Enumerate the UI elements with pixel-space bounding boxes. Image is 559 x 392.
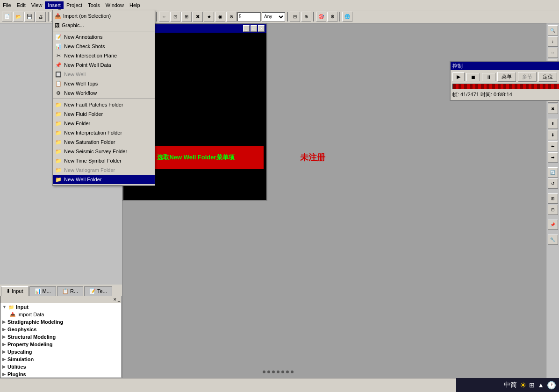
tree-upscaling[interactable]: ▶ Upscaling <box>0 348 121 356</box>
toolbar-select[interactable]: Any <box>262 12 285 21</box>
tab-r[interactable]: 📋 R... <box>57 286 83 296</box>
menu-section-new: 📝New Annotations 📊New Check Shots ✂New I… <box>53 31 155 99</box>
menu-new-check-shots[interactable]: 📊New Check Shots <box>53 42 155 51</box>
menu-new-annotations[interactable]: 📝New Annotations <box>53 32 155 42</box>
menu-new-workflow[interactable]: ⚙New Workflow <box>53 88 155 98</box>
menu-new-seismic-survey-folder[interactable]: 📁New Seismic Survey Folder <box>53 147 155 156</box>
checkshots-icon: 📊 <box>55 43 62 50</box>
right-btn17[interactable]: 📌 <box>548 220 558 230</box>
toolbar-open[interactable]: 📂 <box>13 12 23 22</box>
ctrl-multi[interactable]: 多节 <box>518 72 537 82</box>
right-btn1[interactable]: 🔍 <box>548 25 558 36</box>
toolbar-new[interactable]: 📄 <box>2 12 12 22</box>
ctrl-stop[interactable]: ⏹ <box>466 73 480 81</box>
menu-new-time-symbol-folder[interactable]: 📁New Time Symbol Folder <box>53 156 155 165</box>
toolbar-btn22[interactable]: ⊕ <box>301 12 311 22</box>
right-btn8[interactable]: ✖ <box>548 104 558 114</box>
timefolder-icon: 📁 <box>55 157 62 164</box>
toolbar-btn24[interactable]: ⚙ <box>327 12 337 22</box>
menu-new-fault-patches-folder[interactable]: 📁New Fault Patches Folder <box>53 100 155 109</box>
right-btn11[interactable]: ⬅ <box>548 141 558 151</box>
toolbar-btn14[interactable]: ↔ <box>159 12 169 22</box>
menu-new-well-folder[interactable]: 📁New Well Folder <box>53 175 155 184</box>
toolbar-btn25[interactable]: 🌐 <box>342 12 352 22</box>
toolbar-btn16[interactable]: ⊞ <box>181 12 192 22</box>
faultfolder-icon: 📁 <box>55 101 62 108</box>
menu-new-well: 🔲New Well <box>53 70 155 79</box>
window1-maximize[interactable]: □ <box>251 25 257 32</box>
right-btn9[interactable]: ⬆ <box>548 119 558 129</box>
menu-new-fluid-folder[interactable]: 📁New Fluid Folder <box>53 109 155 119</box>
window1-close[interactable]: ✕ <box>258 25 265 32</box>
bottom-icon-grid[interactable]: ⊞ <box>529 381 535 389</box>
menu-new-interpretation-folder[interactable]: 📁New Interpretation Folder <box>53 128 155 137</box>
menu-view[interactable]: View <box>29 1 45 9</box>
right-btn12[interactable]: ➡ <box>548 152 558 163</box>
menu-bar: File Edit View Insert Project Tools Wind… <box>0 0 559 10</box>
ctrl-locate[interactable]: 定位 <box>538 72 557 82</box>
bottom-icon-zh[interactable]: 中简 <box>504 381 517 389</box>
menu-new-point-well-data[interactable]: 📌New Point Well Data <box>53 60 155 70</box>
ctrl-menu[interactable]: 菜单 <box>497 72 516 82</box>
toolbar-btn4[interactable]: 🖨 <box>36 12 46 22</box>
tree-plugins[interactable]: ▶ Plugins <box>0 371 121 378</box>
right-btn18[interactable]: 🔧 <box>548 235 558 245</box>
right-btn15[interactable]: ⊞ <box>548 193 558 204</box>
toolbar-btn23[interactable]: 🎯 <box>316 12 326 22</box>
toolbar-btn19[interactable]: ◉ <box>215 12 225 22</box>
right-btn2[interactable]: ↕ <box>548 36 558 47</box>
fluidfolder-icon: 📁 <box>55 110 62 118</box>
progress-bar[interactable] <box>452 84 559 89</box>
window1-minimize[interactable]: _ <box>243 25 250 32</box>
tree-input[interactable]: ▼ 📁 Input <box>0 303 121 311</box>
menu-new-saturation-folder[interactable]: 📁New Saturation Folder <box>53 137 155 147</box>
menu-edit[interactable]: Edit <box>14 1 29 9</box>
tree-panel: ✕ _ ▼ 📁 Input 📥 Import Data ▶ Stratigrap… <box>0 296 122 378</box>
tree-collapse-btn[interactable]: ✕ <box>113 297 117 302</box>
menu-new-well-tops[interactable]: 📋New Well Tops <box>53 79 155 88</box>
wellfolder-icon: 📁 <box>55 176 62 183</box>
pointwell-icon: 📌 <box>55 61 62 69</box>
toolbar-btn17[interactable]: ✖ <box>193 12 203 22</box>
bottom-icon-star[interactable]: ☀ <box>520 381 526 390</box>
tab-te[interactable]: 📝 Te... <box>84 286 112 296</box>
menu-project[interactable]: Project <box>64 1 85 9</box>
tree-property[interactable]: ▶ Property Modeling <box>0 341 121 348</box>
toolbar-btn15[interactable]: ⊡ <box>170 12 180 22</box>
right-btn10[interactable]: ⬇ <box>548 130 558 140</box>
menu-file[interactable]: File <box>0 1 14 9</box>
bottom-icon-clock[interactable]: 🕐 <box>547 381 556 390</box>
menu-window[interactable]: Window <box>103 1 127 9</box>
tab-input[interactable]: ⬇ Input <box>1 286 29 296</box>
right-btn3[interactable]: ↔ <box>548 48 558 58</box>
tree-stratigraphic[interactable]: ▶ Stratigraphic Modeling <box>0 318 121 326</box>
menu-graphic[interactable]: 🖼Graphic... <box>53 21 155 30</box>
toolbar-number-input[interactable] <box>237 12 261 21</box>
right-btn14[interactable]: ↺ <box>548 178 558 189</box>
right-btn13[interactable]: 🔃 <box>548 167 558 178</box>
tree-arrow-struct: ▶ <box>2 335 6 339</box>
menu-tools[interactable]: Tools <box>85 1 103 9</box>
toolbar-btn21[interactable]: ⊟ <box>290 12 300 22</box>
menu-help[interactable]: Help <box>127 1 143 9</box>
toolbar-btn20[interactable]: ⊗ <box>226 12 236 22</box>
ctrl-play[interactable]: ▶ <box>452 72 465 81</box>
tree-icon-import: 📥 <box>10 312 15 317</box>
menu-new-intersection-plane[interactable]: ✂New Intersection Plane <box>53 51 155 60</box>
bottom-icon-arrow[interactable]: ▲ <box>538 381 544 389</box>
menu-import-selection[interactable]: 📥Import (on Selection) <box>53 11 155 21</box>
toolbar-save[interactable]: 💾 <box>24 12 35 22</box>
tree-simulation[interactable]: ▶ Simulation <box>0 356 121 363</box>
tree-minimize-btn[interactable]: _ <box>118 297 120 302</box>
tree-utilities[interactable]: ▶ Utilities <box>0 363 121 371</box>
ctrl-pause[interactable]: ⏸ <box>482 73 495 81</box>
tree-geophysics[interactable]: ▶ Geophysics <box>0 326 121 333</box>
tab-m[interactable]: 📊 M... <box>29 286 56 296</box>
tree-structural[interactable]: ▶ Structural Modeling <box>0 333 121 341</box>
toolbar-btn18[interactable]: ★ <box>204 12 214 22</box>
tree-import-data[interactable]: 📥 Import Data <box>0 311 121 318</box>
window1-controls: _ □ ✕ <box>243 25 265 32</box>
right-btn16[interactable]: ⊟ <box>548 205 558 215</box>
sep4 <box>287 12 288 21</box>
menu-new-folder[interactable]: 📁New Folder <box>53 119 155 128</box>
